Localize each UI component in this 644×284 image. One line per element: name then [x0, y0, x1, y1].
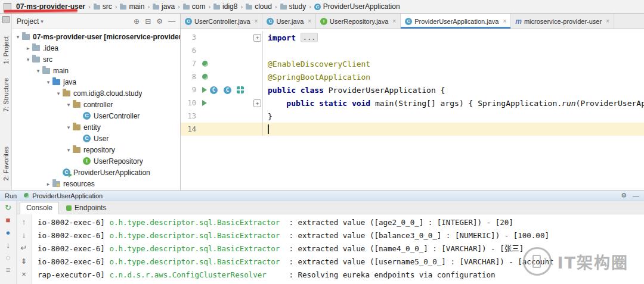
fold-icon[interactable]: +	[253, 34, 261, 42]
breadcrumb-item[interactable]: cloud	[244, 2, 273, 11]
editor-tab[interactable]: IUserRepository.java×	[316, 14, 401, 29]
project-tree: ▾07-ms-provider-user [microservice-provi…	[12, 29, 180, 190]
close-icon[interactable]: ×	[606, 18, 609, 24]
tree-item[interactable]: ▾com.idig8.cloud.study	[12, 88, 180, 99]
spring-bean-icon[interactable]	[202, 74, 208, 80]
log-logger[interactable]: c.n.d.s.r.aws.ConfigClusterResolver	[109, 270, 266, 279]
project-view-selector[interactable]: Project ▾	[17, 17, 44, 26]
editor-tab[interactable]: CProviderUserApplication.java×	[401, 14, 511, 29]
rerun-icon[interactable]: ↻	[5, 204, 11, 212]
log-logger[interactable]: o.h.type.descriptor.sql.BasicExtractor	[109, 231, 280, 240]
chevron-down-icon[interactable]: ▾	[65, 102, 72, 108]
tool-window-favorites[interactable]: 2: Favorites	[2, 146, 10, 180]
breadcrumb-item[interactable]: main	[119, 2, 145, 11]
console-output[interactable]: io-8002-exec-6] o.h.type.descriptor.sql.…	[32, 214, 644, 284]
run-config-tab[interactable]: ProviderUserApplication	[24, 192, 103, 199]
stop-icon[interactable]: ■	[6, 216, 11, 224]
tool-window-project[interactable]: 1: Project	[2, 36, 10, 64]
soft-wrap-icon[interactable]: ↵	[21, 244, 27, 252]
chevron-down-icon[interactable]: ▾	[55, 90, 62, 96]
run-settings-icon[interactable]: ⚙	[621, 192, 627, 199]
tree-item[interactable]: IUserRepository	[12, 155, 180, 167]
log-logger[interactable]: o.h.type.descriptor.sql.BasicExtractor	[109, 244, 280, 253]
tree-item[interactable]: ▸resources	[12, 178, 180, 189]
breadcrumb-item[interactable]: study	[279, 2, 308, 11]
breadcrumb-item[interactable]: src	[92, 2, 113, 11]
code-token: main(String[] args) { SpringApplication.	[375, 99, 562, 108]
run-gutter-icon[interactable]	[202, 87, 207, 93]
code-line[interactable]: 3+import ...	[181, 31, 644, 44]
chevron-down-icon[interactable]: ▾	[14, 34, 21, 40]
code-line[interactable]: 10+ public static void main(String[] arg…	[181, 96, 644, 110]
tool-window-structure[interactable]: 7: Structure	[2, 78, 10, 112]
chevron-right-icon[interactable]: ▸	[24, 45, 32, 51]
chevron-down-icon[interactable]: ▾	[35, 68, 42, 74]
code-text: @EnableDiscoveryClient	[262, 57, 644, 70]
class-icon[interactable]: C	[224, 86, 231, 94]
tab-console[interactable]: Console	[20, 202, 59, 214]
close-icon[interactable]: ×	[392, 18, 396, 24]
breadcrumb-item[interactable]: idig8	[212, 2, 239, 11]
code-line[interactable]: 14	[181, 123, 644, 136]
chevron-right-icon[interactable]: ▸	[45, 181, 52, 187]
chevron-down-icon[interactable]: ▾	[65, 124, 72, 130]
code-line[interactable]: 9CCpublic class ProviderUserApplication …	[181, 83, 644, 96]
dump-icon[interactable]: ↓	[6, 241, 10, 249]
hide-panel-icon[interactable]: —	[168, 17, 175, 26]
code-line[interactable]: 13}	[181, 110, 644, 123]
log-logger[interactable]: o.h.type.descriptor.sql.BasicExtractor	[109, 257, 280, 266]
tree-item[interactable]: CUserController	[12, 110, 180, 121]
folder-icon	[213, 5, 220, 10]
close-icon[interactable]: ×	[308, 18, 311, 24]
window-icon[interactable]	[4, 3, 11, 11]
tree-item[interactable]: ▾src	[12, 54, 180, 65]
code-line[interactable]: 7@EnableDiscoveryClient	[181, 57, 644, 70]
grid-icon[interactable]	[237, 86, 244, 93]
run-panel: Run ProviderUserApplication ⚙ — ↻■●↓◌≡ C…	[0, 190, 644, 284]
locate-file-icon[interactable]: ⊕	[134, 17, 140, 26]
close-icon[interactable]: ×	[255, 18, 258, 24]
editor-tab[interactable]: CUserController.java×	[181, 14, 262, 29]
run-gutter-icon[interactable]	[202, 100, 207, 106]
tree-item[interactable]: ▸.idea	[12, 42, 180, 54]
run-panel-content: Console Endpoints ↑↓↵⇟× io-8002-exec-6] …	[17, 201, 644, 284]
class-icon[interactable]: C	[210, 86, 218, 94]
tab-endpoints[interactable]: Endpoints	[60, 202, 112, 214]
spring-bean-icon[interactable]	[202, 61, 208, 67]
tree-item[interactable]: ▾controller	[12, 99, 180, 110]
log-logger[interactable]: o.h.type.descriptor.sql.BasicExtractor	[109, 218, 280, 227]
tree-item[interactable]: ▾repository	[12, 144, 180, 155]
code-token	[268, 99, 286, 108]
hide-run-panel-icon[interactable]: —	[633, 192, 639, 199]
tree-item[interactable]: CProviderUserApplication	[12, 167, 180, 178]
tree-item[interactable]: ▾java	[12, 76, 180, 88]
editor-tab[interactable]: mmicroservice-provider-user×	[511, 14, 614, 29]
code-line[interactable]: 8@SpringBootApplication	[181, 70, 644, 83]
code-line[interactable]: 6	[181, 44, 644, 57]
resume-icon[interactable]: ●	[6, 229, 11, 237]
layout-icon[interactable]: ≡	[6, 266, 11, 274]
fold-icon[interactable]: +	[253, 99, 261, 107]
code-text	[262, 123, 644, 136]
collapse-all-icon[interactable]: ⊟	[145, 17, 151, 26]
tree-item[interactable]: ▾07-ms-provider-user [microservice-provi…	[12, 31, 180, 42]
settings-icon[interactable]: ⚙	[156, 17, 163, 26]
breadcrumb-item[interactable]: java	[151, 2, 176, 11]
chevron-down-icon[interactable]: ▾	[24, 57, 32, 63]
mute-icon[interactable]: ◌	[6, 254, 11, 262]
chevron-down-icon[interactable]: ▾	[65, 147, 72, 153]
tree-item[interactable]: CUser	[12, 133, 180, 144]
tree-item[interactable]: ▾main	[12, 65, 180, 76]
tool-windows-icon[interactable]	[2, 16, 10, 23]
tree-item[interactable]: ▾entity	[12, 121, 180, 133]
breadcrumb-item[interactable]: CProviderUserApplication	[313, 2, 401, 11]
clear-icon[interactable]: ×	[21, 270, 26, 279]
editor-tab[interactable]: CUser.java×	[262, 14, 316, 29]
chevron-down-icon[interactable]: ▾	[45, 79, 52, 85]
code-editor[interactable]: 3+import ...67@EnableDiscoveryClient8@Sp…	[181, 29, 644, 190]
down-stack-icon[interactable]: ↓	[22, 231, 26, 239]
up-stack-icon[interactable]: ↑	[22, 218, 26, 226]
scroll-end-icon[interactable]: ⇟	[21, 257, 27, 266]
breadcrumb-item[interactable]: com	[182, 2, 207, 11]
close-icon[interactable]: ×	[503, 18, 506, 24]
